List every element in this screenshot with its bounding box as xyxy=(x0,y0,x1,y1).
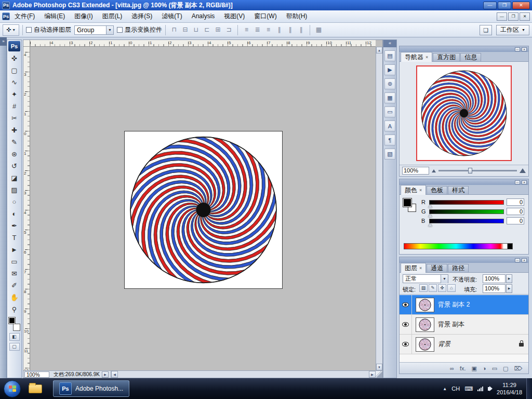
zoom-out-icon[interactable] xyxy=(432,169,436,172)
show-transform-checkbox[interactable] xyxy=(117,27,123,33)
scroll-down-button[interactable]: ▼ xyxy=(376,364,382,370)
layer-row-background[interactable]: 背景 xyxy=(400,335,528,354)
expand-palettes-button[interactable]: « xyxy=(383,40,396,47)
document-close-button[interactable]: ✕ xyxy=(520,12,530,21)
vertical-scrollbar[interactable]: ▲ ▼ xyxy=(376,47,382,370)
panel-close-button[interactable]: ✕ xyxy=(522,258,527,262)
delete-layer-button[interactable]: ⌦ xyxy=(514,363,522,374)
minimize-button[interactable]: — xyxy=(483,2,497,9)
layer-visibility-toggle[interactable] xyxy=(400,315,412,334)
eyedropper-tool[interactable]: ✐ xyxy=(8,280,21,291)
panel-close-button[interactable]: ✕ xyxy=(522,47,527,51)
status-options-arrow[interactable]: ▶ xyxy=(102,371,109,378)
dock-tool-presets-panel-icon[interactable]: ▶ xyxy=(384,64,395,75)
gradient-tool[interactable]: ▨ xyxy=(8,184,21,196)
foreground-color-swatch[interactable] xyxy=(8,317,16,324)
dock-brushes-panel-icon[interactable]: ▤ xyxy=(384,50,395,61)
dock-clone-source-panel-icon[interactable]: ⊛ xyxy=(384,78,395,89)
tab-close-icon[interactable]: × xyxy=(419,188,422,193)
fill-slider-arrow[interactable]: ▶ xyxy=(506,284,512,293)
menu-view[interactable]: 视图(V) xyxy=(219,10,249,22)
slider-thumb[interactable] xyxy=(468,168,472,174)
go-to-bridge-button[interactable]: ❏ xyxy=(480,25,492,35)
panel-minimize-button[interactable]: — xyxy=(515,180,520,184)
chevron-down-icon[interactable]: ▼ xyxy=(441,275,448,283)
tab-color[interactable]: 颜色× xyxy=(401,185,426,195)
tab-info[interactable]: 信息 xyxy=(460,53,481,61)
restore-button[interactable]: ❐ xyxy=(498,2,511,9)
zoom-level-input[interactable]: 100% xyxy=(24,371,49,378)
link-layers-button[interactable]: ∞ xyxy=(450,363,454,374)
panel-minimize-button[interactable]: — xyxy=(515,47,520,51)
distribute-bottom-button[interactable]: ≡ xyxy=(263,25,274,35)
tab-swatches[interactable]: 色板 xyxy=(427,186,447,194)
eraser-tool[interactable]: ◪ xyxy=(8,172,21,184)
start-button[interactable] xyxy=(4,380,21,397)
chevron-down-icon[interactable]: ▼ xyxy=(106,26,113,34)
tab-styles[interactable]: 样式 xyxy=(448,186,469,194)
input-method-indicator[interactable]: CH xyxy=(451,385,460,392)
channel-slider[interactable] xyxy=(429,200,504,205)
auto-align-button[interactable]: ▦ xyxy=(313,25,324,35)
navigator-proxy-view[interactable] xyxy=(416,65,512,161)
layer-thumbnail[interactable] xyxy=(416,317,434,332)
background-color-swatch[interactable] xyxy=(13,324,20,331)
opacity-slider-arrow[interactable]: ▶ xyxy=(506,274,512,283)
layer-row-background-copy[interactable]: 背景 副本 xyxy=(400,315,528,335)
menu-help[interactable]: 帮助(H) xyxy=(282,10,312,22)
layer-thumbnail[interactable] xyxy=(416,337,434,352)
history-brush-tool[interactable]: ↺ xyxy=(8,160,21,172)
align-vertical-center-button[interactable]: ⊟ xyxy=(180,25,191,35)
network-icon[interactable] xyxy=(477,387,483,391)
navigator-zoom-input[interactable]: 100% xyxy=(402,167,429,175)
group-select-dropdown[interactable]: Group ▼ xyxy=(74,25,114,35)
workspace-button[interactable]: 工作区 ▼ xyxy=(496,25,529,35)
channel-value-input[interactable]: 0 xyxy=(507,208,524,215)
dock-paragraph-panel-icon[interactable]: ¶ xyxy=(384,135,395,145)
slider-thumb[interactable] xyxy=(428,223,432,227)
file-explorer-button[interactable] xyxy=(25,380,46,397)
layer-visibility-toggle[interactable] xyxy=(400,335,412,354)
document-minimize-button[interactable]: — xyxy=(497,12,507,21)
lock-transparency-button[interactable]: ▨ xyxy=(419,284,428,292)
panel-minimize-button[interactable]: — xyxy=(515,258,520,262)
distribute-right-button[interactable]: ∥ xyxy=(296,25,307,35)
align-right-button[interactable]: ⊐ xyxy=(223,25,234,35)
menu-analysis[interactable]: Analysis xyxy=(187,10,220,22)
distribute-left-button[interactable]: ∥ xyxy=(274,25,285,35)
tab-histogram[interactable]: 直方图 xyxy=(433,53,460,61)
align-top-button[interactable]: ⊓ xyxy=(169,25,180,35)
scroll-up-button[interactable]: ▲ xyxy=(376,47,382,54)
dock-animation-panel-icon[interactable]: ▭ xyxy=(384,107,395,117)
menu-edit[interactable]: 编辑(E) xyxy=(39,10,70,22)
distribute-horizontal-center-button[interactable]: ∥ xyxy=(285,25,296,35)
panel-close-button[interactable]: ✕ xyxy=(522,180,527,184)
add-layer-mask-button[interactable]: ▣ xyxy=(472,363,477,374)
current-tool-preview[interactable]: ✜ ▼ xyxy=(3,24,19,36)
color-spectrum-ramp[interactable] xyxy=(404,243,513,249)
menu-layer[interactable]: 图层(L) xyxy=(98,10,127,22)
zoom-tool[interactable]: ⚲ xyxy=(8,303,21,315)
color-swatch-control[interactable] xyxy=(8,317,21,331)
volume-icon[interactable] xyxy=(488,387,490,391)
lock-position-button[interactable]: ✜ xyxy=(438,284,446,292)
horizontal-scrollbar[interactable]: ◀ ▶ xyxy=(111,371,376,378)
tab-navigator[interactable]: 导航器× xyxy=(401,52,432,62)
channel-value-input[interactable]: 0 xyxy=(507,217,524,224)
distribute-top-button[interactable]: ≡ xyxy=(241,25,252,35)
scroll-right-button[interactable]: ▶ xyxy=(369,371,376,378)
navigator-zoom-slider[interactable] xyxy=(438,170,517,171)
document-restore-button[interactable]: ❐ xyxy=(508,12,518,21)
scroll-left-button[interactable]: ◀ xyxy=(111,371,118,378)
brush-tool[interactable]: ✎ xyxy=(8,136,21,148)
tab-channels[interactable]: 通道 xyxy=(427,264,447,272)
healing-brush-tool[interactable]: ✚ xyxy=(8,124,21,136)
new-layer-button[interactable]: ▢ xyxy=(503,363,508,374)
menu-window[interactable]: 窗口(W) xyxy=(249,10,281,22)
menu-filter[interactable]: 滤镜(T) xyxy=(157,10,187,22)
layer-visibility-toggle[interactable] xyxy=(400,295,412,314)
rectangular-marquee-tool[interactable]: ▢ xyxy=(8,64,21,76)
menu-select[interactable]: 选择(S) xyxy=(127,10,157,22)
zoom-in-icon[interactable] xyxy=(520,168,526,173)
taskbar-photoshop-button[interactable]: Ps Adobe Photosh... xyxy=(53,380,129,397)
